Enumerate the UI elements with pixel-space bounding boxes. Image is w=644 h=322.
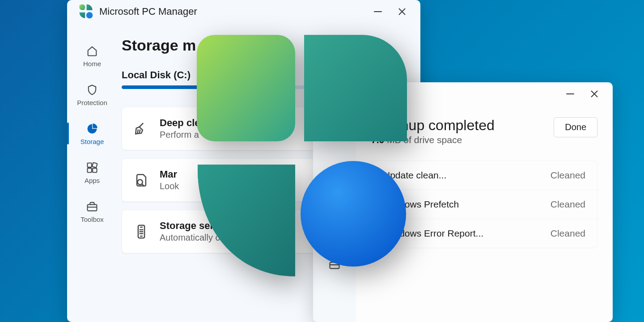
toolbox-icon xyxy=(85,199,99,214)
pie-icon xyxy=(85,122,99,136)
apps-icon xyxy=(85,161,99,175)
svg-point-15 xyxy=(301,161,406,267)
sidebar-item-home[interactable]: Home xyxy=(67,41,117,70)
card-title: Mar xyxy=(160,169,179,180)
svg-rect-6 xyxy=(88,204,97,211)
svg-rect-14 xyxy=(197,35,295,141)
card-subtitle: Look xyxy=(160,181,179,191)
result-status: Cleaned xyxy=(551,170,585,181)
app-logo-icon xyxy=(78,4,94,20)
svg-rect-0 xyxy=(80,4,85,10)
svg-rect-5 xyxy=(93,168,97,172)
svg-point-1 xyxy=(86,12,93,18)
minimize-button[interactable] xyxy=(366,0,390,23)
sidebar-item-label: Home xyxy=(83,60,101,68)
broom-icon xyxy=(133,120,150,137)
phone-icon xyxy=(133,223,150,240)
sidebar-item-label: Protection xyxy=(77,99,107,106)
home-icon xyxy=(85,44,99,58)
sidebar-item-storage[interactable]: Storage xyxy=(67,119,117,148)
pc-manager-logo-icon xyxy=(192,35,407,285)
sidebar-item-label: Storage xyxy=(80,138,104,145)
svg-rect-2 xyxy=(88,163,92,167)
sidebar: Home Protection Storage xyxy=(67,23,117,322)
sidebar-item-label: Toolbox xyxy=(80,216,104,223)
sidebar-item-protection[interactable]: Protection xyxy=(67,80,117,109)
titlebar: Microsoft PC Manager xyxy=(67,0,420,23)
done-button[interactable]: Done xyxy=(554,117,597,137)
shield-icon xyxy=(85,83,99,97)
svg-rect-3 xyxy=(92,162,97,167)
sidebar-item-toolbox[interactable]: Toolbox xyxy=(67,197,117,226)
sidebar-item-label: Apps xyxy=(85,177,100,184)
close-button[interactable] xyxy=(390,0,414,23)
svg-point-7 xyxy=(138,179,143,184)
app-title: Microsoft PC Manager xyxy=(99,6,197,17)
result-status: Cleaned xyxy=(551,228,585,239)
sidebar-item-apps[interactable]: Apps xyxy=(67,158,117,187)
minimize-button[interactable] xyxy=(558,82,582,106)
svg-rect-4 xyxy=(88,168,92,172)
search-doc-icon xyxy=(133,172,150,189)
close-button[interactable] xyxy=(582,82,606,106)
result-status: Cleaned xyxy=(551,199,585,210)
